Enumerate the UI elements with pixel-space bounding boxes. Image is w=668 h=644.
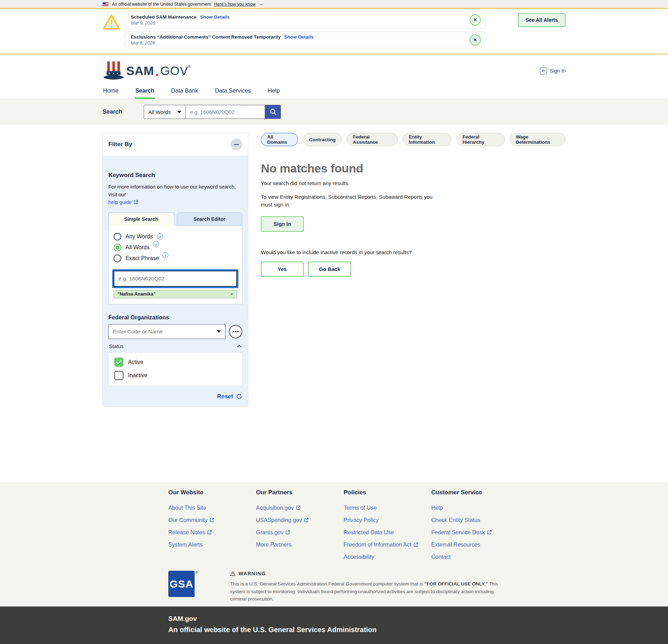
domain-pill-federal-hierarchy[interactable]: Federal Hierarchy (456, 133, 505, 146)
tab-simple-search[interactable]: Simple Search (108, 212, 174, 226)
domain-pill-entity-information[interactable]: Entity Information (403, 133, 452, 146)
close-alert-button[interactable]: × (470, 14, 481, 26)
checkbox-active[interactable] (114, 358, 123, 367)
info-icon[interactable]: i (162, 252, 168, 258)
domain-pill-contracting[interactable]: Contracting (303, 133, 342, 146)
heres-how-you-know-link[interactable]: Here's how you know (214, 2, 256, 7)
keyword-info-text: For more information on how to use our k… (108, 183, 242, 199)
info-icon[interactable]: i (153, 241, 159, 247)
footer-link-usaspending-gov[interactable]: USASpending.gov (256, 517, 344, 523)
help-guide-link[interactable]: help guide (108, 199, 138, 205)
sign-in-button[interactable]: Sign In (261, 216, 304, 232)
footer-column-our-partners: Our Partners Acquisition.gov USASpending… (256, 489, 344, 566)
footer-link-accessibility[interactable]: Accessibility (344, 554, 431, 560)
search-scope-select[interactable]: All Words (144, 105, 186, 119)
footer-column-customer-service: Customer Service Help Check Entity Statu… (431, 489, 519, 566)
info-icon[interactable]: i (157, 233, 163, 239)
footer-link-terms-of-use[interactable]: Terms of Use (344, 504, 431, 511)
footer-link-grants-gov[interactable]: Grants.gov (256, 529, 344, 536)
radio-any-words-label: Any Words (126, 233, 153, 240)
registered-mark: ® (188, 65, 191, 69)
footer-heading: Our Partners (256, 489, 344, 496)
domain-pill-wage-determinations[interactable]: Wage Determinations (510, 133, 566, 146)
radio-any-words[interactable] (114, 233, 121, 240)
sign-in-link[interactable]: Sign In (540, 67, 566, 74)
search-input[interactable] (186, 105, 265, 119)
search-submit-button[interactable] (265, 105, 281, 119)
footer-sam-gov: SAM.gov (168, 615, 668, 623)
radio-all-words[interactable] (114, 244, 121, 251)
search-label: Search (102, 108, 144, 115)
federal-organizations-heading: Federal Organizations (108, 314, 242, 321)
logo-gov-text: GOV (160, 64, 188, 78)
footer-link-label: More Partners (256, 542, 291, 548)
footer-heading: Policies (344, 489, 431, 496)
footer-link-federal-service-desk[interactable]: Federal Service Desk (431, 529, 519, 536)
checkbox-inactive[interactable] (114, 371, 123, 380)
radio-exact-phrase[interactable] (114, 255, 121, 262)
footer-link-label: Help (431, 505, 443, 511)
footer-link-release-notes[interactable]: Release Notes (168, 529, 256, 536)
footer-link-label: External Resources (431, 542, 480, 548)
search-scope-value: All Words (148, 109, 171, 115)
nav-item-search[interactable]: Search (135, 84, 155, 99)
footer-link-label: USASpending.gov (256, 517, 302, 523)
yes-button[interactable]: Yes (261, 262, 304, 277)
reset-refresh-icon[interactable] (236, 393, 242, 400)
nav-item-home[interactable]: Home (102, 84, 119, 99)
remove-chip-icon[interactable]: × (230, 292, 233, 297)
domain-pill-all-domains[interactable]: All Domains (261, 133, 298, 146)
go-back-button[interactable]: Go Back (308, 262, 351, 277)
alerts-section: Scheduled SAM Maintenance Show Details M… (0, 9, 668, 54)
warning-paragraph-1: This is a U.S. General Services Administ… (230, 580, 511, 603)
footer-link-restricted-data-use[interactable]: Restricted Data Use (344, 529, 431, 536)
alert-date: Mar 6, 2026 (131, 40, 465, 46)
reset-filters-link[interactable]: Reset (217, 393, 233, 400)
see-all-alerts-button[interactable]: See All Alerts (518, 13, 566, 27)
include-inactive-question: Would you like to include inactive recor… (261, 249, 566, 255)
footer-link-system-alerts[interactable]: System Alerts (168, 541, 256, 548)
sam-gov-logo[interactable]: SAM GOV ® (102, 61, 191, 81)
nav-item-help[interactable]: Help (267, 84, 281, 99)
nav-item-data-bank[interactable]: Data Bank (170, 84, 199, 99)
close-alert-button[interactable]: × (470, 34, 481, 46)
alert-card: Exclusions “Additional Comments” Content… (125, 32, 486, 48)
radio-exact-phrase-label: Exact Phrase (126, 255, 159, 262)
warning-triangle-icon (102, 14, 125, 32)
domain-pill-federal-assistance[interactable]: Federal Assistance (346, 133, 398, 146)
federal-orgs-combobox[interactable] (108, 324, 225, 339)
footer-link-foia[interactable]: Freedom of Information Act (344, 541, 431, 548)
sign-in-label: Sign In (550, 68, 566, 74)
footer-link-more-partners[interactable]: More Partners (256, 541, 344, 548)
show-details-link[interactable]: Show Details (200, 14, 230, 20)
tab-search-editor[interactable]: Search Editor (177, 212, 243, 226)
footer-link-label: System Alerts (168, 542, 203, 548)
collapse-filters-button[interactable] (230, 138, 242, 150)
keyword-input[interactable] (114, 271, 237, 287)
footer-link-label: Our Community (168, 517, 208, 523)
footer-link-help[interactable]: Help (431, 504, 519, 511)
site-footer: Our Website About This Site Our Communit… (0, 482, 668, 606)
footer-link-label: Restricted Data Use (344, 529, 394, 536)
footer-link-label: Privacy Policy (344, 517, 379, 523)
caret-down-icon (177, 111, 181, 113)
chevron-down-icon[interactable] (259, 2, 263, 5)
nav-item-data-services[interactable]: Data Services (214, 84, 252, 99)
more-options-button[interactable] (229, 325, 242, 338)
logo-sam-text: SAM (126, 64, 154, 78)
keyword-chip: "Nafisa Anamika" × (114, 290, 237, 298)
chevron-up-icon[interactable] (237, 345, 242, 350)
footer-link-about-this-site[interactable]: About This Site (168, 504, 256, 511)
footer-link-check-entity-status[interactable]: Check Entity Status (431, 517, 519, 523)
footer-link-our-community[interactable]: Our Community (168, 517, 256, 523)
footer-link-label: Federal Service Desk (431, 529, 485, 536)
footer-link-acquisition-gov[interactable]: Acquisition.gov (256, 504, 344, 511)
federal-orgs-input[interactable] (113, 328, 217, 335)
sign-in-required-text: To view Entity Registrations, Subcontrac… (261, 193, 436, 209)
show-details-link[interactable]: Show Details (284, 34, 313, 40)
footer-link-external-resources[interactable]: External Resources (431, 541, 519, 548)
no-results-text: Your search did not return any results. (261, 180, 566, 186)
footer-link-privacy-policy[interactable]: Privacy Policy (344, 517, 431, 523)
footer-link-contact[interactable]: Contact (431, 554, 519, 560)
footer-official-text: An official website of the U.S. General … (168, 626, 668, 634)
